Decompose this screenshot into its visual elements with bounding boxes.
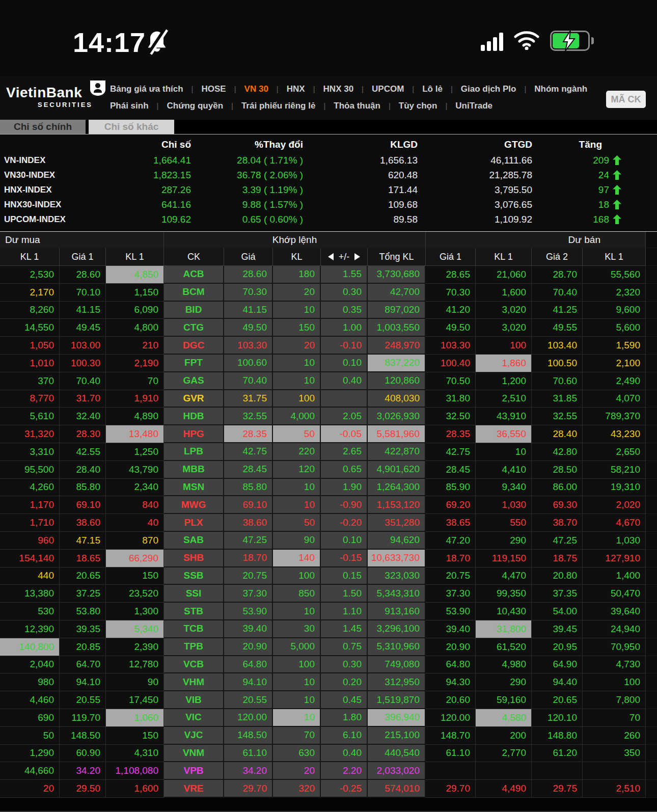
- ticker-cell[interactable]: TCB: [164, 620, 224, 638]
- board-cell[interactable]: 0.35: [321, 302, 368, 319]
- board-cell[interactable]: 4,490: [476, 780, 532, 798]
- board-cell[interactable]: 103.00: [60, 337, 106, 355]
- board-cell[interactable]: 13,380: [0, 585, 60, 603]
- board-cell[interactable]: 39,640: [583, 603, 646, 620]
- board-cell[interactable]: 290: [476, 673, 532, 691]
- board-cell[interactable]: 61.10: [224, 745, 273, 763]
- board-cell[interactable]: 2,490: [583, 372, 646, 390]
- ticker-cell[interactable]: HDB: [164, 408, 224, 425]
- nav-item-bảng-giá-ưa-thích[interactable]: Bảng giá ưa thích: [108, 84, 185, 94]
- board-cell[interactable]: 50,470: [583, 585, 646, 603]
- board-cell[interactable]: 50: [273, 425, 321, 443]
- ticker-cell[interactable]: VJC: [164, 727, 224, 745]
- board-cell[interactable]: [321, 390, 368, 408]
- board-cell[interactable]: 2,510: [583, 780, 646, 798]
- board-cell[interactable]: 840: [106, 496, 164, 514]
- board-cell[interactable]: 29.50: [60, 780, 106, 798]
- ticker-cell[interactable]: SSI: [164, 585, 224, 603]
- board-cell[interactable]: 0.20: [321, 673, 368, 691]
- board-cell[interactable]: 20.75: [426, 567, 476, 585]
- board-cell[interactable]: 0.30: [321, 284, 368, 302]
- board-cell[interactable]: 42,700: [368, 284, 426, 302]
- board-cell[interactable]: 10: [476, 443, 532, 461]
- board-cell[interactable]: 1,010: [0, 355, 60, 372]
- board-cell[interactable]: 29.70: [426, 780, 476, 798]
- board-cell[interactable]: 10: [273, 496, 321, 514]
- board-cell[interactable]: 0.75: [321, 638, 368, 656]
- board-cell[interactable]: 422,870: [368, 443, 426, 461]
- board-cell[interactable]: 38.60: [224, 514, 273, 532]
- board-cell[interactable]: 20.85: [60, 638, 106, 656]
- board-cell[interactable]: 94.10: [224, 673, 273, 691]
- board-cell[interactable]: 4,730: [583, 656, 646, 674]
- ticker-cell[interactable]: BCM: [164, 284, 224, 302]
- board-cell[interactable]: 0.10: [321, 532, 368, 550]
- board-cell[interactable]: 850: [273, 585, 321, 603]
- board-cell[interactable]: 58,210: [583, 461, 646, 479]
- tab-chỉ-số-khác[interactable]: Chỉ số khác: [89, 120, 174, 134]
- board-cell[interactable]: 18.75: [532, 550, 583, 567]
- board-cell[interactable]: 14,550: [0, 319, 60, 337]
- ticker-cell[interactable]: PLX: [164, 514, 224, 532]
- board-cell[interactable]: 20.80: [532, 567, 583, 585]
- board-cell[interactable]: 1.90: [321, 479, 368, 497]
- board-cell[interactable]: 3,296,100: [368, 620, 426, 638]
- board-cell[interactable]: 37.30: [426, 585, 476, 603]
- board-cell[interactable]: 10,633,730: [368, 550, 426, 567]
- board-cell[interactable]: 148.70: [426, 727, 476, 745]
- board-cell[interactable]: 1,050: [0, 337, 60, 355]
- board-cell[interactable]: 42.55: [60, 443, 106, 461]
- board-cell[interactable]: 4,310: [106, 745, 164, 763]
- board-cell[interactable]: 5,000: [273, 638, 321, 656]
- board-cell[interactable]: 2,390: [106, 638, 164, 656]
- board-cell[interactable]: 29.70: [224, 780, 273, 798]
- board-cell[interactable]: -0.25: [321, 780, 368, 798]
- board-cell[interactable]: 85.80: [60, 479, 106, 497]
- board-cell[interactable]: 2,040: [0, 656, 60, 674]
- board-cell[interactable]: 148.50: [224, 727, 273, 745]
- board-cell[interactable]: 42.75: [224, 443, 273, 461]
- board-cell[interactable]: 2.20: [321, 762, 368, 780]
- board-cell[interactable]: 1,519,870: [368, 691, 426, 709]
- board-cell[interactable]: 64.80: [426, 656, 476, 674]
- board-cell[interactable]: 18.70: [224, 550, 273, 567]
- board-cell[interactable]: 119,150: [476, 550, 532, 567]
- board-cell[interactable]: 10: [273, 372, 321, 390]
- board-cell[interactable]: 28.40: [532, 425, 583, 443]
- board-cell[interactable]: 1,003,550: [368, 319, 426, 337]
- board-cell[interactable]: 28.35: [224, 425, 273, 443]
- board-cell[interactable]: 32.40: [60, 408, 106, 425]
- board-cell[interactable]: 32.55: [224, 408, 273, 425]
- board-cell[interactable]: 99,350: [476, 585, 532, 603]
- board-cell[interactable]: 3,020: [476, 302, 532, 319]
- board-cell[interactable]: 28.45: [426, 461, 476, 479]
- next-price-arrow-icon[interactable]: [354, 253, 360, 260]
- board-cell[interactable]: 20.65: [60, 567, 106, 585]
- board-cell[interactable]: 2,340: [106, 479, 164, 497]
- ticker-cell[interactable]: TPB: [164, 638, 224, 656]
- board-cell[interactable]: 28.45: [224, 461, 273, 479]
- board-cell[interactable]: [532, 762, 583, 780]
- board-cell[interactable]: 69.20: [426, 496, 476, 514]
- board-cell[interactable]: 1,030: [583, 532, 646, 550]
- ticker-cell[interactable]: BID: [164, 302, 224, 319]
- board-cell[interactable]: 574,010: [368, 780, 426, 798]
- board-cell[interactable]: 2,190: [106, 355, 164, 372]
- board-cell[interactable]: 1,264,300: [368, 479, 426, 497]
- board-cell[interactable]: 85.90: [426, 479, 476, 497]
- board-cell[interactable]: 2,100: [583, 355, 646, 372]
- board-cell[interactable]: 2,170: [0, 284, 60, 302]
- board-cell[interactable]: 323,030: [368, 567, 426, 585]
- board-cell[interactable]: 70.60: [532, 372, 583, 390]
- board-cell[interactable]: 69.10: [60, 496, 106, 514]
- board-cell[interactable]: 1,910: [106, 390, 164, 408]
- board-cell[interactable]: 39.45: [532, 620, 583, 638]
- board-cell[interactable]: 28.70: [532, 266, 583, 284]
- nav-item-upcom[interactable]: UPCOM: [370, 84, 406, 94]
- board-cell[interactable]: 61.10: [426, 745, 476, 763]
- board-cell[interactable]: 0.30: [321, 656, 368, 674]
- board-cell[interactable]: 2,320: [583, 284, 646, 302]
- board-cell[interactable]: 60.90: [60, 745, 106, 763]
- board-cell[interactable]: 897,020: [368, 302, 426, 319]
- board-cell[interactable]: 1,300: [106, 603, 164, 620]
